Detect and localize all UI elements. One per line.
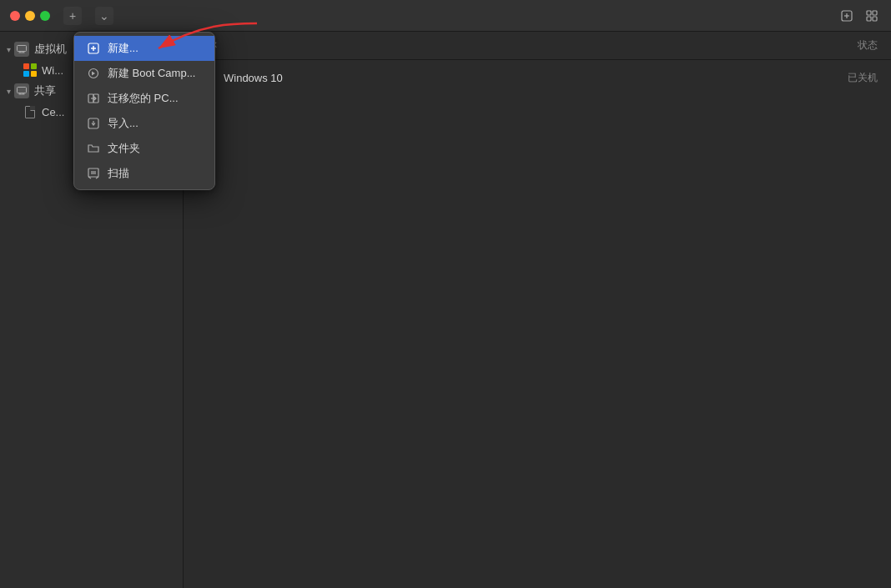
menu-item-new-bootcamp[interactable]: 新建 Boot Camp... <box>74 61 214 86</box>
menu-item-import[interactable]: 导入... <box>74 111 214 136</box>
sidebar-section-shared-label: 共享 <box>34 83 56 98</box>
monitor-section-icon <box>14 42 29 57</box>
menu-item-scan[interactable]: 扫描 <box>74 161 214 186</box>
grid-icon[interactable] <box>863 7 881 25</box>
svg-rect-11 <box>18 88 27 93</box>
doc-icon <box>23 105 37 118</box>
chevron-down-icon: ▾ <box>7 45 11 54</box>
col-name-header: 名称 <box>197 38 778 53</box>
vm-name: Windows 10 <box>224 72 778 84</box>
menu-item-new[interactable]: 新建... <box>74 36 214 61</box>
content-header: 名称 状态 <box>184 32 891 60</box>
chevron-down-icon-shared: ▾ <box>7 87 11 96</box>
chevron-button[interactable]: ⌄ <box>95 7 113 25</box>
windows-icon <box>23 63 37 77</box>
shared-section-icon <box>14 83 29 98</box>
minimize-button[interactable] <box>25 11 35 21</box>
share-icon[interactable] <box>838 7 856 25</box>
close-button[interactable] <box>10 11 20 21</box>
folder-icon <box>86 141 101 156</box>
traffic-lights <box>10 11 50 21</box>
svg-rect-7 <box>18 46 27 52</box>
titlebar-right <box>838 7 881 25</box>
menu-item-import-label: 导入... <box>108 116 138 131</box>
plus-icon <box>86 41 101 56</box>
content-area: 名称 状态 Windows 10 已关机 <box>184 32 891 588</box>
import-icon <box>86 116 101 131</box>
svg-rect-24 <box>88 168 98 177</box>
menu-item-migrate[interactable]: 迁移您的 PC... <box>74 86 214 111</box>
sidebar-section-local-label: 虚拟机 <box>34 42 67 57</box>
svg-rect-5 <box>867 17 871 21</box>
menu-item-scan-label: 扫描 <box>108 166 129 181</box>
maximize-button[interactable] <box>40 11 50 21</box>
menu-item-migrate-label: 迁移您的 PC... <box>108 91 179 106</box>
menu-item-folder-label: 文件夹 <box>108 141 140 156</box>
col-status-header: 状态 <box>778 38 878 53</box>
scan-icon <box>86 166 101 181</box>
svg-rect-6 <box>873 17 877 21</box>
add-button[interactable]: + <box>63 7 82 25</box>
sidebar-item-ce-label: Ce... <box>42 106 64 118</box>
sidebar-item-windows10-label: Wi... <box>42 64 63 77</box>
menu-item-new-label: 新建... <box>108 41 138 56</box>
vm-row-windows10[interactable]: Windows 10 已关机 <box>184 60 891 95</box>
svg-rect-4 <box>873 11 877 15</box>
migrate-icon <box>86 91 101 106</box>
vm-status: 已关机 <box>778 71 878 85</box>
bootcamp-icon <box>86 66 101 81</box>
svg-rect-3 <box>867 11 871 15</box>
menu-item-folder[interactable]: 文件夹 <box>74 136 214 161</box>
menu-item-new-bootcamp-label: 新建 Boot Camp... <box>108 66 195 81</box>
titlebar: + ⌄ <box>0 0 891 32</box>
dropdown-menu: 新建... 新建 Boot Camp... 迁移您的 PC... <box>73 32 215 190</box>
